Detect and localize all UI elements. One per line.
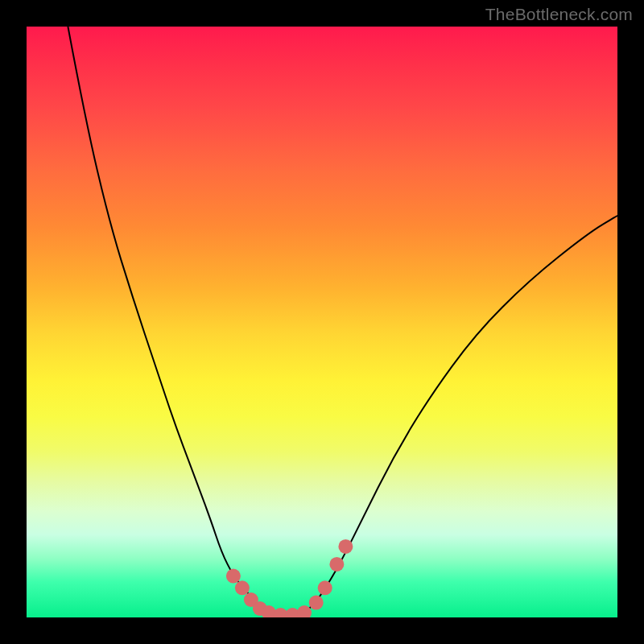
bottleneck-curve [68,27,617,615]
curve-path [68,27,617,615]
marker-dots [226,539,353,617]
marker-dot [329,557,344,572]
watermark-text: TheBottleneck.com [485,5,633,24]
chart-frame: TheBottleneck.com [0,0,644,644]
marker-dot [309,596,324,610]
marker-dot [226,569,241,584]
marker-dot [235,580,250,595]
curve-layer [27,27,617,617]
marker-dot [338,539,353,554]
marker-dot [318,580,332,595]
plot-area [27,27,617,617]
